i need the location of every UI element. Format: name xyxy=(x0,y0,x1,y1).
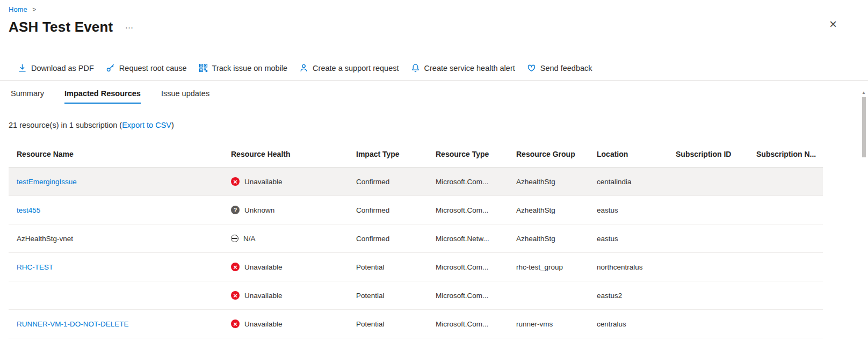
resource-health-cell: N/A xyxy=(223,224,348,253)
page-title: ASH Test Event xyxy=(9,19,113,35)
health-status-label: Unavailable xyxy=(244,263,283,271)
resource-name-link[interactable]: RUNNER-VM-1-DO-NOT-DELETE xyxy=(17,320,129,328)
table-row: test455?UnknownConfirmedMicrosoft.Com...… xyxy=(9,196,823,224)
column-header-resource-group[interactable]: Resource Group xyxy=(508,144,589,168)
impacted-resources-table: Resource NameResource HealthImpact TypeR… xyxy=(9,144,823,338)
title-row: ASH Test Event … × xyxy=(0,13,868,35)
resource-count-suffix: ) xyxy=(171,121,174,129)
heart-icon xyxy=(527,63,536,72)
resource-type-cell: Microsoft.Com... xyxy=(428,196,508,224)
subscription-name-cell xyxy=(748,281,823,310)
resource-health-cell: ×Unavailable xyxy=(223,281,348,310)
track-issue-on-mobile-button[interactable]: Track issue on mobile xyxy=(193,60,294,76)
resource-type-cell: Microsoft.Com... xyxy=(428,168,508,196)
create-service-health-alert-button[interactable]: Create service health alert xyxy=(405,60,521,76)
resource-group-cell: AzhealthStg xyxy=(508,224,589,253)
toolbar-item-label: Request root cause xyxy=(119,64,187,72)
service-health-event-page: Home > ASH Test Event … × Download as PD… xyxy=(0,0,868,338)
table-header-row: Resource NameResource HealthImpact TypeR… xyxy=(9,144,823,168)
more-options-button[interactable]: … xyxy=(125,21,134,31)
resource-group-cell xyxy=(508,281,589,310)
resource-type-cell: Microsoft.Com... xyxy=(428,281,508,310)
impact-type-cell: Confirmed xyxy=(348,224,428,253)
resource-count-line: 21 resource(s) in 1 subscription (Export… xyxy=(9,121,868,129)
health-status-label: N/A xyxy=(243,235,256,243)
health-status-label: Unavailable xyxy=(244,292,283,300)
table-row: AzHealthStg-vnetN/AConfirmedMicrosoft.Ne… xyxy=(9,224,823,253)
resource-name-link[interactable]: testEmergingIssue xyxy=(17,178,77,186)
location-cell: eastus xyxy=(589,196,668,224)
export-to-csv-link[interactable]: Export to CSV xyxy=(122,121,171,129)
resource-name-link[interactable]: test455 xyxy=(17,206,40,214)
qr-code-icon xyxy=(199,63,208,72)
column-header-resource-health[interactable]: Resource Health xyxy=(223,144,348,168)
scrollbar-thumb[interactable] xyxy=(862,97,866,157)
resource-health-cell: ×Unavailable xyxy=(223,168,348,196)
location-cell: northcentralus xyxy=(589,253,668,281)
health-error-icon: × xyxy=(231,291,240,300)
breadcrumb-home-link[interactable]: Home xyxy=(9,5,27,13)
tab-summary[interactable]: Summary xyxy=(11,89,44,104)
breadcrumb-chevron-icon: > xyxy=(32,6,36,13)
location-cell: eastus2 xyxy=(589,281,668,310)
health-error-icon: × xyxy=(231,320,240,328)
command-bar: Download as PDFRequest root causeTrack i… xyxy=(0,59,868,81)
health-unknown-icon: ? xyxy=(231,206,240,214)
bell-icon xyxy=(411,63,420,72)
resource-group-cell: runner-vms xyxy=(508,310,589,338)
vertical-scrollbar[interactable]: ▲ xyxy=(860,90,867,362)
table-row: RHC-TEST×UnavailablePotentialMicrosoft.C… xyxy=(9,253,823,281)
column-header-subscription-n[interactable]: Subscription N... xyxy=(748,144,823,168)
send-feedback-button[interactable]: Send feedback xyxy=(521,60,598,76)
subscription-id-cell xyxy=(668,224,748,253)
download-as-pdf-button[interactable]: Download as PDF xyxy=(12,60,100,76)
subscription-name-cell xyxy=(748,310,823,338)
impact-type-cell: Confirmed xyxy=(348,196,428,224)
tab-impacted-resources[interactable]: Impacted Resources xyxy=(64,89,141,104)
column-header-location[interactable]: Location xyxy=(589,144,668,168)
table-row: testEmergingIssue×UnavailableConfirmedMi… xyxy=(9,168,823,196)
resource-name-cell: RHC-TEST xyxy=(9,253,223,281)
resource-name-cell: test455 xyxy=(9,196,223,224)
health-status-label: Unknown xyxy=(244,206,274,214)
location-cell: centralus xyxy=(589,310,668,338)
toolbar-item-label: Track issue on mobile xyxy=(212,64,288,72)
breadcrumb: Home > xyxy=(0,0,868,13)
resource-type-cell: Microsoft.Com... xyxy=(428,253,508,281)
resource-name-text: AzHealthStg-vnet xyxy=(17,235,73,243)
toolbar-item-label: Create service health alert xyxy=(424,64,515,72)
impact-type-cell: Potential xyxy=(348,310,428,338)
subscription-name-cell xyxy=(748,224,823,253)
column-header-impact-type[interactable]: Impact Type xyxy=(348,144,428,168)
health-na-icon xyxy=(231,235,238,242)
resource-name-cell: testEmergingIssue xyxy=(9,168,223,196)
close-icon[interactable]: × xyxy=(829,18,837,31)
table-row: RUNNER-VM-1-DO-NOT-DELETE×UnavailablePot… xyxy=(9,310,823,338)
subscription-name-cell xyxy=(748,196,823,224)
resource-table-body: testEmergingIssue×UnavailableConfirmedMi… xyxy=(9,168,823,338)
request-root-cause-button[interactable]: Request root cause xyxy=(100,60,193,76)
subscription-id-cell xyxy=(668,253,748,281)
table-row: ×UnavailablePotentialMicrosoft.Com...eas… xyxy=(9,281,823,310)
resource-group-cell: rhc-test_group xyxy=(508,253,589,281)
tab-bar: SummaryImpacted ResourcesIssue updates xyxy=(0,81,868,104)
resource-type-cell: Microsoft.Netw... xyxy=(428,224,508,253)
column-header-resource-type[interactable]: Resource Type xyxy=(428,144,508,168)
subscription-id-cell xyxy=(668,168,748,196)
subscription-id-cell xyxy=(668,196,748,224)
key-icon xyxy=(106,63,115,72)
impact-type-cell: Potential xyxy=(348,253,428,281)
location-cell: eastus xyxy=(589,224,668,253)
resource-health-cell: ×Unavailable xyxy=(223,310,348,338)
health-status-label: Unavailable xyxy=(244,178,283,186)
tab-issue-updates[interactable]: Issue updates xyxy=(161,89,209,104)
column-header-resource-name[interactable]: Resource Name xyxy=(9,144,223,168)
resource-name-link[interactable]: RHC-TEST xyxy=(17,263,53,271)
location-cell: centalindia xyxy=(589,168,668,196)
toolbar-item-label: Create a support request xyxy=(313,64,399,72)
create-a-support-request-button[interactable]: Create a support request xyxy=(293,60,404,76)
column-header-subscription-id[interactable]: Subscription ID xyxy=(668,144,748,168)
resource-group-cell: AzhealthStg xyxy=(508,168,589,196)
resource-health-cell: ×Unavailable xyxy=(223,253,348,281)
scrollbar-up-arrow-icon[interactable]: ▲ xyxy=(860,90,867,96)
